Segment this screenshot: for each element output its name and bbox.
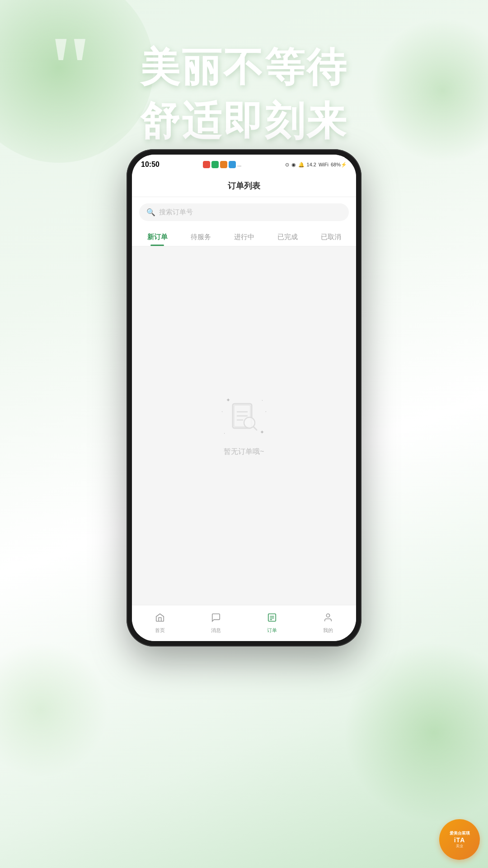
nav-title: 订单列表: [228, 180, 260, 191]
tabs-row: 新订单 待服务 进行中 已完成 已取消: [132, 227, 356, 246]
speed-text: 14.2: [307, 162, 316, 167]
tab-cancelled[interactable]: 已取消: [309, 227, 352, 246]
nav-home-label: 首页: [155, 627, 165, 634]
watermark-sub-text: 美业: [456, 844, 463, 849]
bell-icon: 🔔: [298, 162, 305, 168]
watermark-badge: 爱美台茱瑛 iTA 美业: [439, 819, 480, 860]
search-box[interactable]: 🔍 搜索订单号: [139, 203, 349, 221]
svg-line-6: [253, 427, 257, 430]
nav-messages-label: 消息: [211, 627, 221, 634]
message-icon: [211, 613, 221, 625]
sparkle-5: ·: [221, 408, 223, 415]
battery-icon: 68%⚡: [331, 162, 347, 168]
empty-state: ✦ · · ✦ · ·: [221, 395, 267, 457]
app-icon-3: [220, 161, 227, 168]
sparkle-3: ·: [224, 430, 225, 436]
top-nav: 订单列表: [132, 175, 356, 197]
nav-messages[interactable]: 消息: [188, 613, 244, 634]
nav-profile[interactable]: 我的: [300, 613, 356, 634]
order-icon: [267, 613, 277, 625]
nav-orders[interactable]: 订单: [244, 613, 300, 634]
nav-home[interactable]: 首页: [132, 613, 188, 634]
tab-in-progress-label: 进行中: [234, 233, 254, 241]
nav-orders-label: 订单: [267, 627, 277, 634]
status-bar: 10:50 ... ⊙ ◉ 🔔 14.2 WiFi 68%⚡: [132, 155, 356, 175]
search-icon: 🔍: [146, 208, 155, 217]
tab-new-order-underline: [150, 245, 164, 246]
empty-text: 暂无订单哦~: [224, 447, 264, 457]
app-icon-4: [229, 161, 236, 168]
bottom-nav: 首页 消息: [132, 605, 356, 641]
hero-section: 美丽不等待 舒适即刻来: [0, 41, 488, 148]
phone-mockup: 10:50 ... ⊙ ◉ 🔔 14.2 WiFi 68%⚡: [127, 149, 361, 646]
sparkle-6: ·: [265, 408, 267, 415]
tab-completed[interactable]: 已完成: [266, 227, 309, 246]
tab-in-progress[interactable]: 进行中: [222, 227, 266, 246]
tab-completed-label: 已完成: [277, 233, 298, 241]
home-icon: [155, 613, 165, 625]
tab-pending[interactable]: 待服务: [179, 227, 222, 246]
svg-point-11: [326, 614, 329, 617]
status-right-icons: ⊙ ◉ 🔔 14.2 WiFi 68%⚡: [285, 162, 347, 168]
watermark-main-text: iTA: [454, 836, 465, 844]
tab-new-order-label: 新订单: [147, 233, 168, 241]
hero-line2: 舒适即刻来: [0, 94, 488, 148]
hero-line1: 美丽不等待: [0, 41, 488, 94]
tab-pending-label: 待服务: [191, 233, 211, 241]
status-time: 10:50: [141, 160, 160, 169]
phone-screen: 10:50 ... ⊙ ◉ 🔔 14.2 WiFi 68%⚡: [132, 155, 356, 641]
phone-frame: 10:50 ... ⊙ ◉ 🔔 14.2 WiFi 68%⚡: [127, 149, 361, 646]
svg-rect-7: [268, 614, 276, 622]
status-app-icons: ...: [203, 161, 241, 168]
nav-profile-label: 我的: [323, 627, 333, 634]
tab-cancelled-label: 已取消: [321, 233, 341, 241]
app-icon-1: [203, 161, 210, 168]
status-dots: ...: [237, 162, 241, 167]
location-icon: ◉: [291, 162, 296, 168]
tab-new-order[interactable]: 新订单: [136, 227, 179, 246]
search-placeholder-text: 搜索订单号: [159, 208, 193, 217]
profile-icon: [323, 613, 333, 625]
nfc-icon: ⊙: [285, 162, 289, 168]
search-area: 🔍 搜索订单号: [132, 197, 356, 227]
empty-icon-wrapper: ✦ · · ✦ · ·: [221, 395, 267, 440]
empty-orders-icon: [226, 399, 262, 435]
app-icon-2: [211, 161, 219, 168]
content-area: ✦ · · ✦ · ·: [132, 246, 356, 605]
watermark-top-text: 爱美台茱瑛: [450, 830, 470, 836]
wifi-icon: WiFi: [319, 162, 328, 167]
